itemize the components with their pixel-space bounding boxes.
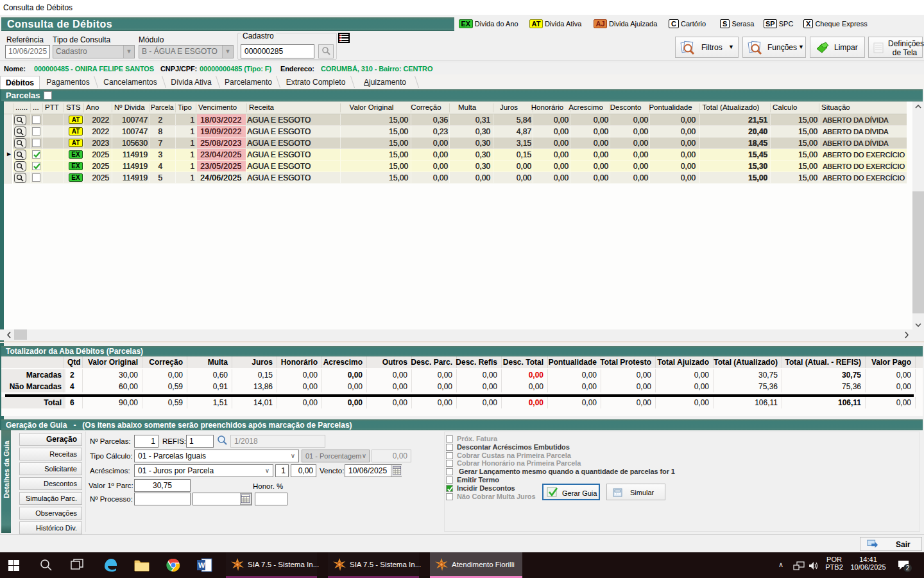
svg-text:W: W [198,561,205,569]
